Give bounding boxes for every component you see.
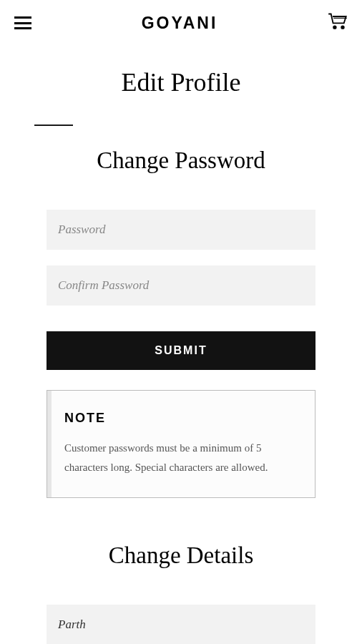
svg-point-0 — [333, 26, 336, 29]
header: GOYANI — [0, 0, 362, 46]
name-input[interactable] — [47, 605, 315, 644]
confirm-password-input[interactable] — [47, 265, 315, 306]
cart-icon[interactable] — [328, 13, 348, 33]
change-password-form: SUBMIT NOTE Customer passwords must be a… — [0, 210, 362, 498]
change-password-title: Change Password — [0, 147, 362, 174]
password-input[interactable] — [47, 210, 315, 250]
page-title: Edit Profile — [0, 67, 362, 97]
divider — [34, 125, 73, 126]
svg-point-1 — [341, 26, 344, 29]
logo[interactable]: GOYANI — [142, 14, 218, 33]
change-details-title: Change Details — [0, 542, 362, 569]
change-details-form — [0, 605, 362, 644]
hamburger-menu-icon[interactable] — [14, 16, 31, 29]
note-title: NOTE — [64, 411, 298, 426]
note-text: Customer passwords must be a minimum of … — [64, 439, 298, 477]
submit-button[interactable]: SUBMIT — [47, 331, 315, 370]
note-box: NOTE Customer passwords must be a minimu… — [47, 390, 315, 498]
